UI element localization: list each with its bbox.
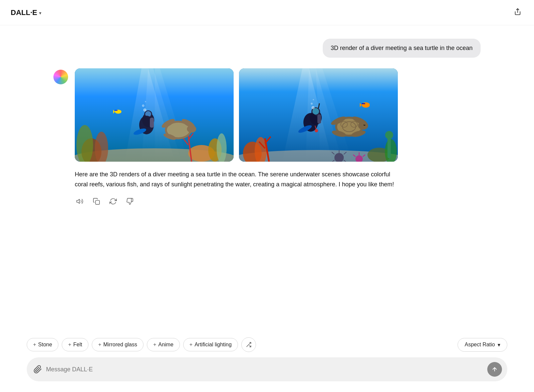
copy-icon (93, 198, 100, 205)
chat-area: 3D render of a diver meeting a sea turtl… (0, 25, 534, 333)
user-message: 3D render of a diver meeting a sea turtl… (53, 39, 481, 58)
images-row (75, 68, 481, 162)
chip-felt-label: Felt (73, 342, 82, 348)
aspect-ratio-button[interactable]: Aspect Ratio ▾ (458, 338, 507, 352)
generated-image-2[interactable] (239, 68, 398, 162)
aspect-ratio-label: Aspect Ratio (465, 342, 495, 348)
svg-point-82 (313, 99, 314, 100)
assistant-message: Here are the 3D renders of a diver meeti… (53, 68, 481, 206)
chip-mirrored-glass[interactable]: + Mirrored glass (92, 338, 144, 351)
aspect-ratio-chevron-icon: ▾ (498, 342, 500, 348)
speaker-icon (76, 198, 83, 205)
send-button[interactable] (487, 362, 502, 377)
chip-artificial-lighting-label: Artificial lighting (195, 342, 232, 348)
avatar (53, 70, 68, 84)
share-button[interactable] (512, 6, 523, 19)
chip-stone-label: Stone (38, 342, 52, 348)
shuffle-icon (246, 342, 252, 348)
plus-icon: + (68, 342, 71, 348)
shuffle-button[interactable] (241, 337, 256, 352)
svg-point-32 (145, 101, 146, 102)
chip-stone[interactable]: + Stone (27, 338, 58, 351)
svg-point-81 (311, 103, 313, 105)
regenerate-icon (109, 198, 117, 205)
generated-image-1[interactable] (75, 68, 234, 162)
response-text: Here are the 3D renders of a diver meeti… (75, 170, 395, 189)
chip-mirrored-glass-label: Mirrored glass (103, 342, 137, 348)
plus-icon: + (153, 342, 156, 348)
thumbs-down-icon (126, 198, 134, 205)
title-chevron-icon: ▾ (39, 10, 41, 16)
read-aloud-button[interactable] (75, 196, 85, 206)
regenerate-button[interactable] (108, 196, 118, 206)
chip-anime[interactable]: + Anime (147, 338, 180, 351)
svg-point-65 (315, 129, 318, 132)
chip-felt[interactable]: + Felt (62, 338, 88, 351)
svg-rect-63 (317, 114, 321, 124)
assistant-content: Here are the 3D renders of a diver meeti… (75, 68, 481, 206)
svg-point-30 (144, 109, 146, 111)
svg-point-80 (312, 106, 314, 109)
app-title: DALL·E (11, 8, 37, 17)
share-icon (514, 9, 521, 17)
svg-point-31 (142, 105, 144, 107)
plus-icon: + (33, 342, 36, 348)
chip-anime-label: Anime (158, 342, 173, 348)
send-icon (492, 366, 498, 372)
message-input[interactable] (46, 366, 483, 373)
attach-button[interactable] (33, 365, 42, 374)
message-input-row (27, 357, 507, 381)
svg-rect-20 (150, 118, 154, 128)
action-buttons (75, 196, 481, 206)
svg-marker-83 (77, 199, 79, 203)
svg-rect-84 (95, 200, 99, 204)
svg-point-77 (362, 102, 370, 108)
chips-row: + Stone + Felt + Mirrored glass + Anime … (27, 337, 507, 352)
svg-point-46 (385, 131, 393, 139)
plus-icon: + (98, 342, 101, 348)
attach-icon (33, 365, 42, 374)
bottom-bar: + Stone + Felt + Mirrored glass + Anime … (0, 332, 534, 392)
user-bubble: 3D render of a diver meeting a sea turtl… (323, 39, 481, 58)
chip-artificial-lighting[interactable]: + Artificial lighting (183, 338, 238, 351)
dislike-button[interactable] (125, 196, 135, 206)
app-title-button[interactable]: DALL·E ▾ (11, 8, 41, 17)
header: DALL·E ▾ (0, 0, 534, 25)
copy-button[interactable] (91, 196, 101, 206)
plus-icon: + (190, 342, 193, 348)
